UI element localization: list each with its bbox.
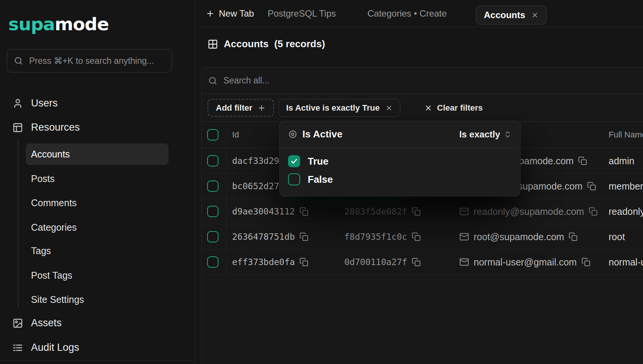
copy-icon[interactable] [587, 182, 596, 191]
sidebar-item-posts[interactable]: Posts [0, 168, 195, 190]
record-count: (5 records) [274, 38, 325, 50]
sidebar-item-tags[interactable]: Tags [0, 240, 195, 262]
table-search[interactable] [201, 68, 643, 94]
cell-full-name: member [609, 181, 643, 192]
chevrons-up-down-icon [504, 130, 512, 139]
copy-icon[interactable] [299, 232, 308, 241]
close-icon[interactable] [531, 11, 539, 19]
tab-bar: New Tab PostgreSQL Tips Categories • Cre… [196, 0, 643, 27]
table-row[interactable]: d9ae30043112 2803f5de082f readonly@supam… [201, 199, 643, 224]
add-filter-button[interactable]: Add filter [208, 99, 274, 117]
copy-icon[interactable] [581, 258, 590, 267]
filter-popup: Is Active Is exactly True False [279, 121, 521, 196]
table-search-input[interactable] [223, 76, 643, 86]
global-search-input[interactable] [29, 56, 165, 66]
close-icon [424, 104, 432, 112]
tab-categories-create[interactable]: Categories • Create [367, 0, 447, 27]
operator-select[interactable]: Is exactly [459, 129, 512, 140]
option-label: False [308, 174, 333, 185]
copy-icon[interactable] [412, 232, 421, 241]
remove-filter-icon[interactable] [385, 104, 393, 112]
list-icon [12, 342, 23, 353]
row-checkbox[interactable] [207, 231, 218, 242]
page-header: Accounts (5 records) [208, 38, 325, 50]
cell-secondary-id: 2803f5de082f [344, 207, 407, 216]
page-title: Accounts [224, 38, 268, 50]
row-checkbox[interactable] [207, 206, 218, 217]
grid-icon [208, 39, 218, 49]
column-header-id: Id [232, 130, 239, 140]
data-panel: Add filter Is Active is exactly True Cle… [201, 67, 643, 364]
cell-id: bc0652d27 [232, 181, 279, 191]
filter-popup-header: Is Active Is exactly [280, 121, 520, 148]
table-row[interactable]: eff373bde0fa 0d700110a27f normal-user@gm… [201, 250, 643, 275]
sidebar-item-audit-logs[interactable]: Audit Logs [0, 337, 195, 358]
cell-email: root@supamode.com [474, 231, 564, 242]
cell-full-name: admin [609, 156, 634, 167]
add-filter-label: Add filter [216, 103, 253, 113]
sidebar-bottom-divider [0, 360, 195, 361]
row-checkbox[interactable] [207, 155, 218, 167]
sidebar-item-label: Posts [31, 173, 55, 184]
sidebar-item-site-settings[interactable]: Site Settings [0, 289, 195, 310]
sidebar: supamode Users Resources Accounts Posts … [0, 0, 195, 364]
tab-label: Categories • Create [367, 8, 447, 19]
active-filter-chip[interactable]: Is Active is exactly True [279, 99, 400, 117]
checkbox-unchecked[interactable] [288, 173, 300, 185]
cell-full-name: root [609, 231, 625, 242]
logo-prefix: supa [8, 14, 55, 34]
cell-email: normal-user@gmail.com [474, 257, 577, 268]
sidebar-item-label: Categories [31, 222, 77, 233]
sidebar-item-resources[interactable]: Resources [0, 117, 195, 138]
clear-filters-button[interactable]: Clear filters [424, 99, 483, 117]
filter-options: True False [280, 148, 520, 185]
cell-secondary-id: f8d7935f1c0c [344, 232, 407, 242]
sidebar-item-users[interactable]: Users [0, 93, 195, 114]
row-checkbox[interactable] [207, 180, 218, 192]
copy-icon[interactable] [299, 258, 308, 267]
tab-accounts-active[interactable]: Accounts [476, 6, 547, 25]
sidebar-item-accounts[interactable]: Accounts [26, 143, 169, 165]
filter-field: Is Active [288, 128, 342, 140]
checkbox-checked[interactable] [288, 155, 300, 167]
mail-icon [459, 232, 469, 242]
option-label: True [308, 156, 328, 167]
column-header-full-name: Full Name [609, 130, 643, 140]
sidebar-item-categories[interactable]: Categories [0, 217, 195, 238]
operator-label: Is exactly [459, 129, 500, 140]
plus-icon [206, 9, 215, 18]
sidebar-item-label: Resources [31, 122, 80, 133]
table-row[interactable]: 2636478751db f8d7935f1c0c root@supamode.… [201, 224, 643, 250]
copy-icon[interactable] [569, 232, 578, 241]
global-search[interactable] [7, 49, 172, 72]
clear-filters-label: Clear filters [437, 103, 483, 113]
cell-full-name: normal-user [609, 257, 643, 268]
circle-dot-icon [288, 130, 297, 139]
mail-icon [459, 207, 469, 216]
image-icon [12, 318, 23, 329]
new-tab-button[interactable]: New Tab [206, 0, 254, 27]
sidebar-item-post-tags[interactable]: Post Tags [0, 265, 195, 286]
search-icon [208, 76, 218, 86]
copy-icon[interactable] [578, 156, 587, 165]
user-icon [12, 98, 23, 109]
tab-postgresql-tips[interactable]: PostgreSQL Tips [268, 0, 336, 27]
filter-option-true[interactable]: True [288, 155, 512, 167]
cell-id: d9ae30043112 [232, 207, 295, 216]
cell-id: 2636478751db [232, 232, 295, 242]
sidebar-item-comments[interactable]: Comments [0, 192, 195, 214]
copy-icon[interactable] [299, 207, 308, 216]
sidebar-item-label: Audit Logs [31, 342, 79, 353]
copy-icon[interactable] [412, 258, 421, 267]
filter-field-label: Is Active [302, 128, 342, 140]
filter-option-false[interactable]: False [288, 173, 512, 185]
copy-icon[interactable] [412, 207, 421, 216]
copy-icon[interactable] [589, 207, 598, 216]
select-all-checkbox[interactable] [207, 129, 218, 140]
row-checkbox[interactable] [207, 256, 218, 268]
table-icon [12, 122, 23, 133]
sidebar-item-label: Tags [31, 245, 51, 256]
sidebar-item-assets[interactable]: Assets [0, 312, 195, 334]
cell-email: readonly@supamode.com [474, 206, 584, 217]
sidebar-item-label: Assets [31, 317, 62, 329]
